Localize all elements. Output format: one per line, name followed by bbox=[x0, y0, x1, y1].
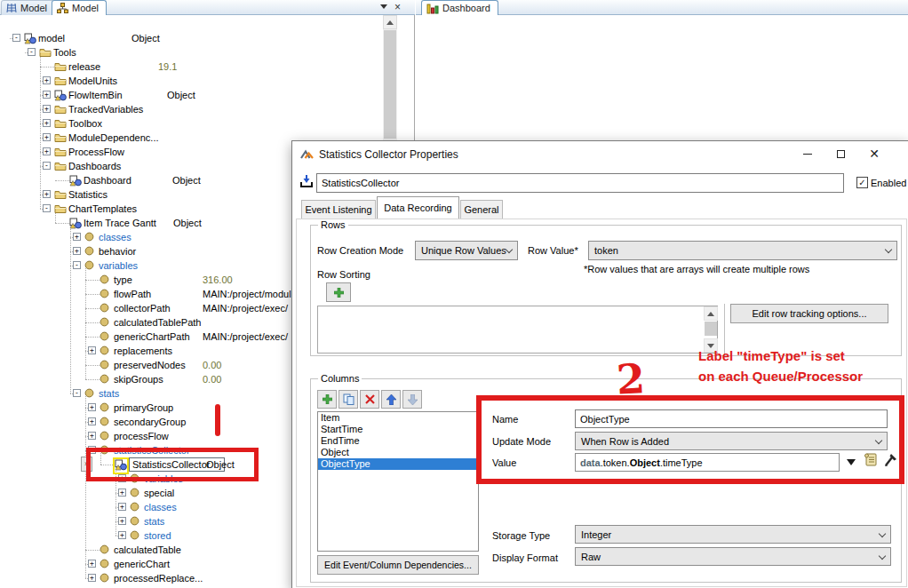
tree-item-toolbox[interactable]: +Toolbox bbox=[0, 116, 409, 131]
tree-node-icon bbox=[100, 573, 109, 584]
tab-model-tree[interactable]: Model bbox=[52, 0, 107, 15]
enabled-label: Enabled bbox=[871, 178, 906, 188]
tree-expander-plus[interactable]: + bbox=[88, 574, 96, 582]
tabbar-close-icon[interactable]: × bbox=[394, 1, 401, 13]
copy-column-button[interactable] bbox=[339, 390, 358, 409]
scrollbar-thumb[interactable] bbox=[384, 30, 396, 139]
move-column-up-button[interactable] bbox=[381, 390, 401, 409]
storage-type-select[interactable]: Integer bbox=[575, 525, 891, 544]
row-value-select[interactable]: token bbox=[588, 241, 897, 260]
add-row-sorting-button[interactable] bbox=[326, 282, 351, 302]
folder-icon bbox=[54, 118, 67, 129]
column-list-item-endtime[interactable]: EndTime bbox=[318, 435, 478, 447]
attribute-node-icon bbox=[100, 360, 109, 369]
tree-expander-plus[interactable]: + bbox=[88, 403, 96, 411]
edit-row-tracking-button[interactable]: Edit row tracking options... bbox=[730, 304, 888, 323]
statistics-collector-properties-dialog: Statistics Collector Properties ✕ ✓ Enab… bbox=[291, 140, 908, 588]
tree-expander-minus[interactable]: - bbox=[73, 261, 81, 269]
tree-item-label: model bbox=[38, 33, 65, 44]
tree-expander-plus[interactable]: + bbox=[73, 233, 81, 241]
scroll-up-button[interactable] bbox=[383, 15, 397, 29]
tree-expander-minus[interactable]: - bbox=[73, 389, 81, 397]
minimize-button[interactable] bbox=[793, 141, 823, 166]
tree-expander-plus[interactable]: + bbox=[73, 247, 81, 255]
tree-item-label: ModuleDependenc... bbox=[68, 132, 159, 143]
tree-connector bbox=[85, 550, 100, 551]
tree-expander-plus[interactable]: + bbox=[118, 503, 126, 511]
display-format-select[interactable]: Raw bbox=[575, 547, 891, 566]
tree-expander-minus[interactable]: - bbox=[12, 34, 20, 42]
row-sorting-list[interactable] bbox=[317, 306, 718, 354]
column-list-item-starttime[interactable]: StartTime bbox=[318, 424, 478, 435]
tree-item-flowitembin[interactable]: +FlowItemBinObject bbox=[0, 88, 409, 102]
folder-icon bbox=[39, 47, 52, 58]
tree-connector bbox=[85, 379, 100, 380]
collector-name-input[interactable] bbox=[316, 173, 844, 193]
row-creation-mode-select[interactable]: Unique Row Values bbox=[415, 241, 518, 260]
tree-expander-plus[interactable]: + bbox=[88, 346, 96, 354]
tab-model-3d[interactable]: Model bbox=[1, 0, 55, 15]
tree-item-modelunits[interactable]: +ModelUnits bbox=[0, 74, 409, 88]
column-list-item-item[interactable]: Item bbox=[318, 412, 478, 424]
tree-item-label: processedReplace... bbox=[114, 573, 203, 584]
tree-expander-plus[interactable]: + bbox=[43, 147, 51, 155]
tree-expander-plus[interactable]: + bbox=[118, 517, 126, 525]
tree-expander-minus[interactable]: - bbox=[43, 204, 51, 212]
close-button[interactable]: ✕ bbox=[859, 141, 889, 166]
tree-item-tools[interactable]: -Tools bbox=[0, 45, 409, 60]
scrollbar-thumb[interactable] bbox=[705, 322, 717, 336]
object-node-icon bbox=[54, 90, 67, 101]
tree-expander-plus[interactable]: + bbox=[88, 432, 96, 440]
attribute-node-icon bbox=[130, 488, 139, 497]
attribute-node-icon bbox=[100, 431, 109, 441]
tree-item-value: 0.00 bbox=[203, 374, 221, 385]
maximize-button[interactable] bbox=[825, 141, 856, 166]
tree-item-release[interactable]: release19.1 bbox=[0, 60, 409, 74]
dialog-title: Statistics Collector Properties bbox=[319, 148, 458, 161]
column-list-item-object[interactable]: Object bbox=[318, 447, 478, 458]
tree-expander-plus[interactable]: + bbox=[43, 76, 51, 84]
enabled-checkbox[interactable]: ✓ bbox=[856, 177, 868, 188]
tree-expander-minus[interactable]: - bbox=[28, 48, 36, 56]
tab-data-recording[interactable]: Data Recording bbox=[377, 196, 459, 219]
delete-column-button[interactable] bbox=[360, 390, 379, 409]
tree-node-icon bbox=[100, 274, 109, 286]
tree-expander-plus[interactable]: + bbox=[43, 105, 51, 113]
tab-list-dropdown-icon[interactable] bbox=[380, 4, 387, 9]
tree-item-trackedvariables[interactable]: +TrackedVariables bbox=[0, 102, 409, 116]
scroll-up-button[interactable] bbox=[704, 306, 718, 321]
tree-item-label: Toolbox bbox=[68, 118, 102, 129]
tree-expander-plus[interactable]: + bbox=[43, 119, 51, 127]
tree-expander-plus[interactable]: + bbox=[118, 489, 126, 497]
tree-item-label: skipGroups bbox=[114, 374, 163, 385]
tree-item-label: stats bbox=[144, 516, 164, 527]
tree-connector bbox=[85, 294, 100, 295]
dialog-titlebar[interactable]: Statistics Collector Properties ✕ bbox=[292, 141, 908, 168]
tree-item-label: stats bbox=[99, 388, 119, 399]
add-column-button[interactable] bbox=[317, 390, 337, 409]
tree-expander-plus[interactable]: + bbox=[88, 417, 96, 425]
tab-dashboard[interactable]: Dashboard bbox=[421, 0, 498, 15]
columns-list[interactable]: ItemStartTimeEndTimeObjectObjectType bbox=[317, 411, 479, 552]
tree-item-label: genericChart bbox=[114, 559, 170, 569]
tab-event-listening[interactable]: Event Listening bbox=[301, 200, 376, 219]
chevron-down-icon bbox=[879, 552, 886, 560]
row-sorting-label: Row Sorting bbox=[317, 269, 370, 280]
annotation-marker-2: 2 bbox=[616, 354, 647, 404]
tab-general[interactable]: General bbox=[460, 200, 503, 219]
tree-item-model[interactable]: -modelObject bbox=[0, 31, 409, 45]
tree-expander-plus[interactable]: + bbox=[88, 560, 96, 568]
tree-expander-minus[interactable]: - bbox=[43, 162, 51, 170]
edit-dependencies-button[interactable]: Edit Event/Column Dependencies... bbox=[317, 555, 479, 575]
attribute-node-icon bbox=[100, 573, 109, 583]
tree-expander-plus[interactable]: + bbox=[43, 91, 51, 99]
column-list-item-objecttype[interactable]: ObjectType bbox=[318, 458, 478, 470]
attribute-node-icon bbox=[100, 303, 109, 313]
move-column-down-button[interactable] bbox=[402, 390, 422, 409]
tree-expander-plus[interactable]: + bbox=[43, 133, 51, 141]
tree-expander-plus[interactable]: + bbox=[118, 531, 126, 539]
tree-item-value: Object bbox=[172, 175, 201, 186]
tree-expander-plus[interactable]: + bbox=[43, 190, 51, 198]
tree-node-icon bbox=[84, 260, 94, 272]
folder-icon bbox=[54, 203, 67, 214]
